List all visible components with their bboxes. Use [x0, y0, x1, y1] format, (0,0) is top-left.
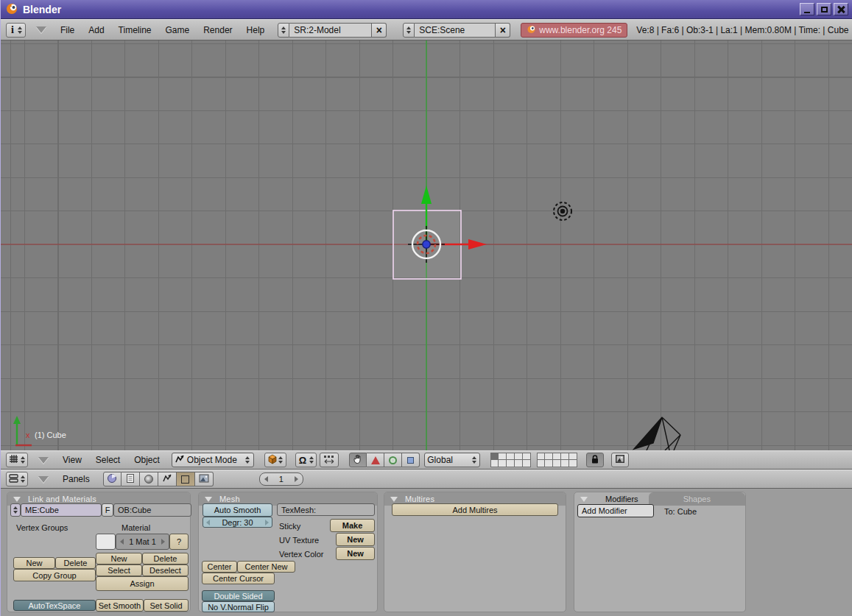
layer-14[interactable]	[515, 460, 523, 467]
menu-timeline[interactable]: Timeline	[119, 25, 152, 35]
object-name-field[interactable]: OB:Cube	[113, 503, 191, 517]
uv-new-button[interactable]: New	[336, 533, 375, 546]
orientation-dropdown[interactable]: Global	[424, 453, 480, 467]
layer-5[interactable]	[523, 453, 531, 460]
screen-delete-button[interactable]: ×	[372, 23, 387, 38]
mat-next-icon[interactable]	[161, 539, 165, 545]
mesh-name-field[interactable]: ME:Cube	[21, 503, 102, 517]
context-logic-button[interactable]	[103, 472, 122, 486]
proportional-edit-button[interactable]	[320, 453, 339, 467]
menu-view[interactable]: View	[63, 455, 82, 465]
close-button[interactable]	[834, 3, 848, 15]
layer-16[interactable]	[537, 460, 545, 467]
layer-15[interactable]	[523, 460, 531, 467]
blender-version-button[interactable]: www.blender.org 245	[521, 23, 627, 38]
vcol-new-button[interactable]: New	[336, 547, 375, 560]
layer-4[interactable]	[515, 453, 523, 460]
scene-name-field[interactable]: SCE:Scene	[415, 23, 496, 38]
render-preview-button[interactable]	[611, 453, 629, 467]
context-editing-button[interactable]	[177, 472, 195, 486]
material-new-button[interactable]: New	[96, 553, 142, 564]
manipulator-rotate-button[interactable]	[367, 453, 384, 467]
layer-19[interactable]	[561, 460, 569, 467]
mode-dropdown[interactable]: Object Mode	[172, 453, 254, 467]
context-object-button[interactable]	[158, 472, 177, 486]
camera-object[interactable]	[634, 417, 680, 450]
layer-11[interactable]	[490, 460, 499, 467]
page-left-icon[interactable]	[264, 476, 268, 482]
manipulator-scale-button[interactable]	[384, 453, 402, 467]
autotexspace-toggle[interactable]: AutoTexSpace	[13, 600, 96, 611]
add-modifier-button[interactable]: Add Modifier	[577, 504, 654, 517]
material-select-button[interactable]: Select	[96, 564, 142, 576]
panel-page-stepper[interactable]: 1	[259, 472, 303, 486]
menu-help[interactable]: Help	[247, 25, 265, 35]
page-right-icon[interactable]	[295, 476, 298, 482]
layer-12[interactable]	[499, 460, 507, 467]
mesh-browse-button[interactable]	[10, 503, 21, 517]
editor-type-button-info[interactable]: i	[6, 23, 26, 38]
manipulator-translate-button[interactable]	[402, 453, 420, 467]
pivot-button[interactable]: Ω	[295, 453, 317, 467]
vgroup-copy-button[interactable]: Copy Group	[13, 569, 96, 581]
scene-browse-button[interactable]	[403, 23, 415, 38]
vgroup-new-button[interactable]: New	[13, 557, 55, 569]
add-multires-button[interactable]: Add Multires	[392, 503, 558, 516]
degr-slider[interactable]: Degr: 30	[203, 517, 272, 528]
material-delete-button[interactable]: Delete	[142, 553, 189, 564]
menu-file[interactable]: File	[60, 25, 74, 35]
lock-layers-button[interactable]	[586, 453, 604, 467]
fake-user-button[interactable]: F	[102, 503, 113, 517]
menu-game[interactable]: Game	[166, 25, 190, 35]
editor-type-button-3dview[interactable]	[6, 453, 28, 467]
texmesh-field[interactable]: TexMesh:	[277, 503, 375, 516]
lamp-object[interactable]	[554, 202, 571, 220]
layer-13[interactable]	[507, 460, 515, 467]
material-assign-button[interactable]: Assign	[96, 576, 189, 591]
menu-object[interactable]: Object	[134, 455, 160, 465]
center-cursor-button[interactable]: Center Cursor	[202, 573, 275, 584]
panel-collapse-icon[interactable]	[580, 497, 588, 502]
center-new-button[interactable]: Center New	[237, 561, 295, 573]
layer-8[interactable]	[553, 453, 561, 460]
material-help-button[interactable]: ?	[169, 534, 189, 550]
degr-left-icon[interactable]	[206, 520, 210, 525]
mat-prev-icon[interactable]	[120, 539, 124, 545]
header-collapse-icon[interactable]	[38, 476, 49, 483]
tab-shapes[interactable]: Shapes	[649, 492, 745, 506]
auto-smooth-toggle[interactable]: Auto Smooth	[203, 503, 272, 517]
layer-17[interactable]	[545, 460, 553, 467]
menu-add[interactable]: Add	[88, 25, 104, 35]
context-scene-button[interactable]	[195, 472, 214, 486]
material-deselect-button[interactable]: Deselect	[142, 564, 189, 576]
no-vnormal-flip-toggle[interactable]: No V.Normal Flip	[202, 601, 275, 612]
layer-1[interactable]	[490, 453, 499, 460]
menu-render[interactable]: Render	[203, 25, 232, 35]
layer-20[interactable]	[569, 460, 577, 467]
layer-10[interactable]	[569, 453, 577, 460]
object-center-dot[interactable]	[423, 241, 430, 248]
layer-7[interactable]	[545, 453, 553, 460]
layer-9[interactable]	[561, 453, 569, 460]
viewport-3d[interactable]: x (1) Cube	[1, 40, 852, 450]
editor-type-button-buttons[interactable]	[6, 472, 28, 486]
minimize-button[interactable]	[800, 3, 814, 15]
scene-delete-button[interactable]: ×	[496, 23, 510, 38]
screen-browse-button[interactable]	[278, 23, 289, 38]
layer-18[interactable]	[553, 460, 561, 467]
layer-3[interactable]	[507, 453, 515, 460]
header-collapse-icon[interactable]	[36, 26, 46, 33]
context-script-button[interactable]	[122, 472, 140, 486]
layer-2[interactable]	[499, 453, 507, 460]
maximize-button[interactable]	[817, 3, 831, 15]
degr-right-icon[interactable]	[265, 520, 269, 525]
set-solid-button[interactable]: Set Solid	[144, 599, 189, 612]
header-collapse-icon[interactable]	[38, 457, 49, 464]
double-sided-toggle[interactable]: Double Sided	[202, 590, 275, 601]
manipulator-hand-button[interactable]	[349, 453, 367, 467]
material-color-swatch[interactable]	[96, 534, 116, 550]
menu-select[interactable]: Select	[96, 455, 120, 465]
layer-6[interactable]	[537, 453, 545, 460]
set-smooth-button[interactable]: Set Smooth	[96, 599, 144, 612]
center-button[interactable]: Center	[202, 561, 237, 573]
